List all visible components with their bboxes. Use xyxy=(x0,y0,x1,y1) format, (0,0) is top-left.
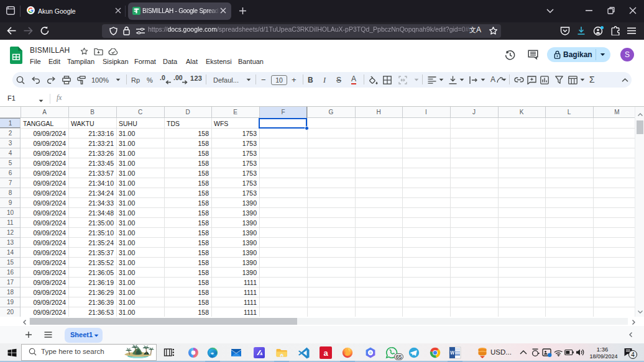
svg-text:a: a xyxy=(323,348,328,358)
